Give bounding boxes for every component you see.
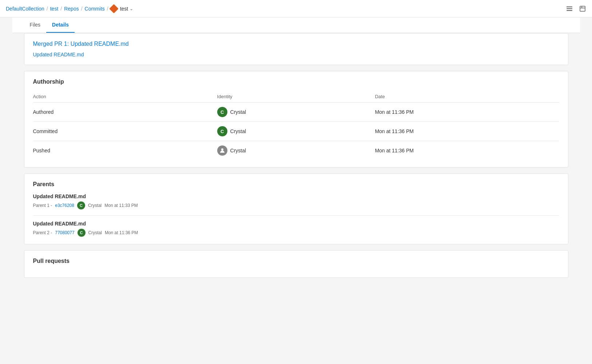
parent-commit-title[interactable]: Updated README.md — [33, 193, 559, 199]
col-header-identity: Identity — [217, 91, 375, 103]
parent-item: Updated README.mdParent 1 - e3c76208CCry… — [33, 193, 559, 209]
authorship-row: CommittedCCrystalMon at 11:36 PM — [33, 122, 559, 141]
breadcrumb-repo-label: test — [120, 6, 128, 12]
breadcrumb-sep-1: / — [47, 6, 48, 12]
tabs-bar: Files Details — [12, 17, 580, 33]
svg-rect-3 — [567, 7, 568, 7]
svg-rect-2 — [567, 10, 572, 11]
authorship-action: Authored — [33, 103, 217, 122]
parent-meta: Parent 2 - 77080077CCrystalMon at 11:36 … — [33, 229, 559, 237]
breadcrumb-commits[interactable]: Commits — [85, 6, 105, 12]
authorship-row: AuthoredCCrystalMon at 11:36 PM — [33, 103, 559, 122]
svg-rect-4 — [580, 6, 585, 11]
breadcrumb-repo-name[interactable]: test ⌄ — [111, 5, 134, 12]
parent-meta: Parent 1 - e3c76208CCrystalMon at 11:33 … — [33, 201, 559, 209]
authorship-action: Committed — [33, 122, 217, 141]
parent-author: Crystal — [88, 230, 102, 235]
authorship-date: Mon at 11:36 PM — [375, 122, 559, 141]
parent-label: Parent 2 - — [33, 230, 52, 235]
pull-requests-card: Pull requests — [24, 250, 568, 278]
tab-files[interactable]: Files — [24, 17, 47, 33]
authorship-identity: Crystal — [217, 141, 375, 160]
parents-list: Updated README.mdParent 1 - e3c76208CCry… — [33, 193, 559, 237]
breadcrumb-sep-4: / — [107, 6, 108, 12]
parent-author: Crystal — [88, 203, 102, 208]
authorship-date: Mon at 11:36 PM — [375, 103, 559, 122]
authorship-identity: CCrystal — [217, 122, 375, 141]
parent-date: Mon at 11:36 PM — [105, 230, 138, 235]
authorship-action: Pushed — [33, 141, 217, 160]
breadcrumb-sep-2: / — [60, 6, 62, 12]
breadcrumb-sep-3: / — [81, 6, 83, 12]
commit-title[interactable]: Merged PR 1: Updated README.md — [33, 41, 559, 47]
parent-item: Updated README.mdParent 2 - 77080077CCry… — [33, 221, 559, 237]
col-header-date: Date — [375, 91, 559, 103]
avatar: C — [217, 107, 227, 117]
authorship-row: PushedCrystalMon at 11:36 PM — [33, 141, 559, 160]
parents-title: Parents — [33, 181, 559, 188]
chevron-down-icon: ⌄ — [130, 6, 133, 11]
breadcrumb-test[interactable]: test — [50, 6, 59, 12]
topbar: DefaultCollection / test / Repos / Commi… — [0, 0, 592, 17]
repo-icon — [109, 4, 118, 13]
commit-description[interactable]: Updated README.md — [33, 52, 559, 57]
parent-avatar: C — [78, 229, 86, 237]
avatar: C — [217, 126, 227, 136]
parent-date: Mon at 11:33 PM — [104, 203, 138, 208]
svg-rect-1 — [567, 8, 572, 9]
breadcrumb-repos[interactable]: Repos — [64, 6, 79, 12]
parent-divider — [33, 215, 559, 216]
authorship-date: Mon at 11:36 PM — [375, 141, 559, 160]
topbar-actions — [566, 5, 586, 12]
parent-avatar: C — [77, 201, 85, 209]
breadcrumb: DefaultCollection / test / Repos / Commi… — [6, 5, 133, 12]
col-header-action: Action — [33, 91, 217, 103]
tab-details[interactable]: Details — [46, 17, 75, 33]
list-icon[interactable] — [566, 5, 573, 12]
package-icon[interactable] — [579, 5, 586, 12]
authorship-table: Action Identity Date AuthoredCCrystalMon… — [33, 91, 559, 160]
main-content: Files Details Merged PR 1: Updated READM… — [12, 17, 580, 295]
authorship-card: Authorship Action Identity Date Authored… — [24, 71, 568, 168]
content-area: Merged PR 1: Updated README.md Updated R… — [12, 33, 580, 295]
parent-label: Parent 1 - — [33, 203, 52, 208]
authorship-identity: CCrystal — [217, 103, 375, 122]
authorship-title: Authorship — [33, 79, 559, 85]
identity-name: Crystal — [230, 128, 246, 134]
commit-message-card: Merged PR 1: Updated README.md Updated R… — [24, 33, 568, 65]
parent-commit-title[interactable]: Updated README.md — [33, 221, 559, 227]
pull-requests-title: Pull requests — [33, 258, 559, 264]
svg-point-7 — [221, 148, 223, 151]
parent-hash[interactable]: 77080077 — [55, 230, 74, 235]
identity-name: Crystal — [230, 109, 246, 115]
avatar-person — [217, 145, 227, 156]
breadcrumb-default-collection[interactable]: DefaultCollection — [6, 6, 44, 12]
parents-card: Parents Updated README.mdParent 1 - e3c7… — [24, 173, 568, 244]
parent-hash[interactable]: e3c76208 — [55, 203, 74, 208]
identity-name: Crystal — [230, 148, 246, 153]
